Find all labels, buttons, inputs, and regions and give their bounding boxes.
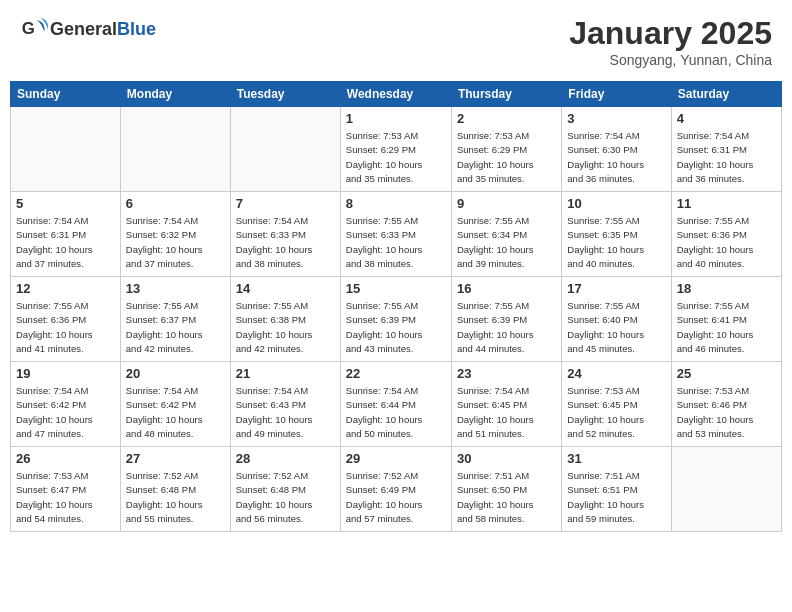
calendar-cell: 11Sunrise: 7:55 AMSunset: 6:36 PMDayligh… [671, 192, 781, 277]
day-number: 6 [126, 196, 225, 211]
logo: G GeneralBlue [20, 15, 156, 43]
day-info: Sunrise: 7:54 AMSunset: 6:32 PMDaylight:… [126, 214, 225, 271]
day-info: Sunrise: 7:54 AMSunset: 6:30 PMDaylight:… [567, 129, 665, 186]
day-number: 12 [16, 281, 115, 296]
day-info: Sunrise: 7:51 AMSunset: 6:51 PMDaylight:… [567, 469, 665, 526]
day-info: Sunrise: 7:51 AMSunset: 6:50 PMDaylight:… [457, 469, 556, 526]
calendar-cell: 7Sunrise: 7:54 AMSunset: 6:33 PMDaylight… [230, 192, 340, 277]
svg-text:G: G [22, 19, 35, 38]
calendar-cell: 28Sunrise: 7:52 AMSunset: 6:48 PMDayligh… [230, 447, 340, 532]
day-info: Sunrise: 7:55 AMSunset: 6:40 PMDaylight:… [567, 299, 665, 356]
calendar-cell: 10Sunrise: 7:55 AMSunset: 6:35 PMDayligh… [562, 192, 671, 277]
day-info: Sunrise: 7:53 AMSunset: 6:29 PMDaylight:… [457, 129, 556, 186]
day-number: 8 [346, 196, 446, 211]
weekday-header-tuesday: Tuesday [230, 82, 340, 107]
page-header: G GeneralBlue January 2025 Songyang, Yun… [10, 10, 782, 73]
day-info: Sunrise: 7:55 AMSunset: 6:36 PMDaylight:… [16, 299, 115, 356]
weekday-header-friday: Friday [562, 82, 671, 107]
weekday-header-thursday: Thursday [451, 82, 561, 107]
week-row-3: 12Sunrise: 7:55 AMSunset: 6:36 PMDayligh… [11, 277, 782, 362]
week-row-1: 1Sunrise: 7:53 AMSunset: 6:29 PMDaylight… [11, 107, 782, 192]
calendar-cell: 22Sunrise: 7:54 AMSunset: 6:44 PMDayligh… [340, 362, 451, 447]
day-info: Sunrise: 7:54 AMSunset: 6:31 PMDaylight:… [16, 214, 115, 271]
calendar-cell: 5Sunrise: 7:54 AMSunset: 6:31 PMDaylight… [11, 192, 121, 277]
calendar-cell: 14Sunrise: 7:55 AMSunset: 6:38 PMDayligh… [230, 277, 340, 362]
calendar-cell [230, 107, 340, 192]
calendar-cell: 21Sunrise: 7:54 AMSunset: 6:43 PMDayligh… [230, 362, 340, 447]
month-title: January 2025 [569, 15, 772, 52]
day-number: 22 [346, 366, 446, 381]
day-number: 15 [346, 281, 446, 296]
logo-icon: G [20, 15, 48, 43]
week-row-4: 19Sunrise: 7:54 AMSunset: 6:42 PMDayligh… [11, 362, 782, 447]
calendar-cell: 30Sunrise: 7:51 AMSunset: 6:50 PMDayligh… [451, 447, 561, 532]
day-number: 1 [346, 111, 446, 126]
day-number: 2 [457, 111, 556, 126]
week-row-5: 26Sunrise: 7:53 AMSunset: 6:47 PMDayligh… [11, 447, 782, 532]
day-info: Sunrise: 7:55 AMSunset: 6:41 PMDaylight:… [677, 299, 776, 356]
day-info: Sunrise: 7:54 AMSunset: 6:33 PMDaylight:… [236, 214, 335, 271]
day-number: 19 [16, 366, 115, 381]
day-number: 10 [567, 196, 665, 211]
title-area: January 2025 Songyang, Yunnan, China [569, 15, 772, 68]
calendar-cell [11, 107, 121, 192]
calendar-cell: 15Sunrise: 7:55 AMSunset: 6:39 PMDayligh… [340, 277, 451, 362]
day-number: 29 [346, 451, 446, 466]
day-number: 23 [457, 366, 556, 381]
day-number: 30 [457, 451, 556, 466]
day-number: 26 [16, 451, 115, 466]
day-info: Sunrise: 7:52 AMSunset: 6:48 PMDaylight:… [126, 469, 225, 526]
day-info: Sunrise: 7:53 AMSunset: 6:29 PMDaylight:… [346, 129, 446, 186]
day-number: 20 [126, 366, 225, 381]
calendar-cell: 3Sunrise: 7:54 AMSunset: 6:30 PMDaylight… [562, 107, 671, 192]
day-number: 18 [677, 281, 776, 296]
calendar-cell: 29Sunrise: 7:52 AMSunset: 6:49 PMDayligh… [340, 447, 451, 532]
day-info: Sunrise: 7:55 AMSunset: 6:39 PMDaylight:… [346, 299, 446, 356]
calendar-table: SundayMondayTuesdayWednesdayThursdayFrid… [10, 81, 782, 532]
day-number: 13 [126, 281, 225, 296]
calendar-cell [671, 447, 781, 532]
day-number: 24 [567, 366, 665, 381]
day-info: Sunrise: 7:55 AMSunset: 6:36 PMDaylight:… [677, 214, 776, 271]
day-info: Sunrise: 7:55 AMSunset: 6:34 PMDaylight:… [457, 214, 556, 271]
day-number: 21 [236, 366, 335, 381]
day-number: 4 [677, 111, 776, 126]
weekday-header-wednesday: Wednesday [340, 82, 451, 107]
weekday-header-row: SundayMondayTuesdayWednesdayThursdayFrid… [11, 82, 782, 107]
day-info: Sunrise: 7:53 AMSunset: 6:46 PMDaylight:… [677, 384, 776, 441]
day-info: Sunrise: 7:54 AMSunset: 6:31 PMDaylight:… [677, 129, 776, 186]
day-number: 17 [567, 281, 665, 296]
day-info: Sunrise: 7:53 AMSunset: 6:45 PMDaylight:… [567, 384, 665, 441]
day-number: 28 [236, 451, 335, 466]
location-title: Songyang, Yunnan, China [569, 52, 772, 68]
calendar-cell: 1Sunrise: 7:53 AMSunset: 6:29 PMDaylight… [340, 107, 451, 192]
day-info: Sunrise: 7:55 AMSunset: 6:38 PMDaylight:… [236, 299, 335, 356]
day-info: Sunrise: 7:55 AMSunset: 6:33 PMDaylight:… [346, 214, 446, 271]
calendar-cell: 9Sunrise: 7:55 AMSunset: 6:34 PMDaylight… [451, 192, 561, 277]
calendar-cell: 12Sunrise: 7:55 AMSunset: 6:36 PMDayligh… [11, 277, 121, 362]
logo-blue: Blue [117, 19, 156, 39]
calendar-cell: 26Sunrise: 7:53 AMSunset: 6:47 PMDayligh… [11, 447, 121, 532]
week-row-2: 5Sunrise: 7:54 AMSunset: 6:31 PMDaylight… [11, 192, 782, 277]
day-number: 11 [677, 196, 776, 211]
day-info: Sunrise: 7:54 AMSunset: 6:43 PMDaylight:… [236, 384, 335, 441]
calendar-cell: 13Sunrise: 7:55 AMSunset: 6:37 PMDayligh… [120, 277, 230, 362]
calendar-cell: 31Sunrise: 7:51 AMSunset: 6:51 PMDayligh… [562, 447, 671, 532]
calendar-cell: 19Sunrise: 7:54 AMSunset: 6:42 PMDayligh… [11, 362, 121, 447]
day-number: 14 [236, 281, 335, 296]
calendar-cell: 8Sunrise: 7:55 AMSunset: 6:33 PMDaylight… [340, 192, 451, 277]
calendar-cell: 2Sunrise: 7:53 AMSunset: 6:29 PMDaylight… [451, 107, 561, 192]
calendar-cell: 16Sunrise: 7:55 AMSunset: 6:39 PMDayligh… [451, 277, 561, 362]
day-number: 7 [236, 196, 335, 211]
day-info: Sunrise: 7:52 AMSunset: 6:49 PMDaylight:… [346, 469, 446, 526]
weekday-header-monday: Monday [120, 82, 230, 107]
day-info: Sunrise: 7:54 AMSunset: 6:44 PMDaylight:… [346, 384, 446, 441]
calendar-cell [120, 107, 230, 192]
calendar-cell: 20Sunrise: 7:54 AMSunset: 6:42 PMDayligh… [120, 362, 230, 447]
calendar-cell: 6Sunrise: 7:54 AMSunset: 6:32 PMDaylight… [120, 192, 230, 277]
day-info: Sunrise: 7:54 AMSunset: 6:42 PMDaylight:… [16, 384, 115, 441]
day-number: 16 [457, 281, 556, 296]
calendar-cell: 17Sunrise: 7:55 AMSunset: 6:40 PMDayligh… [562, 277, 671, 362]
day-info: Sunrise: 7:54 AMSunset: 6:42 PMDaylight:… [126, 384, 225, 441]
day-info: Sunrise: 7:54 AMSunset: 6:45 PMDaylight:… [457, 384, 556, 441]
